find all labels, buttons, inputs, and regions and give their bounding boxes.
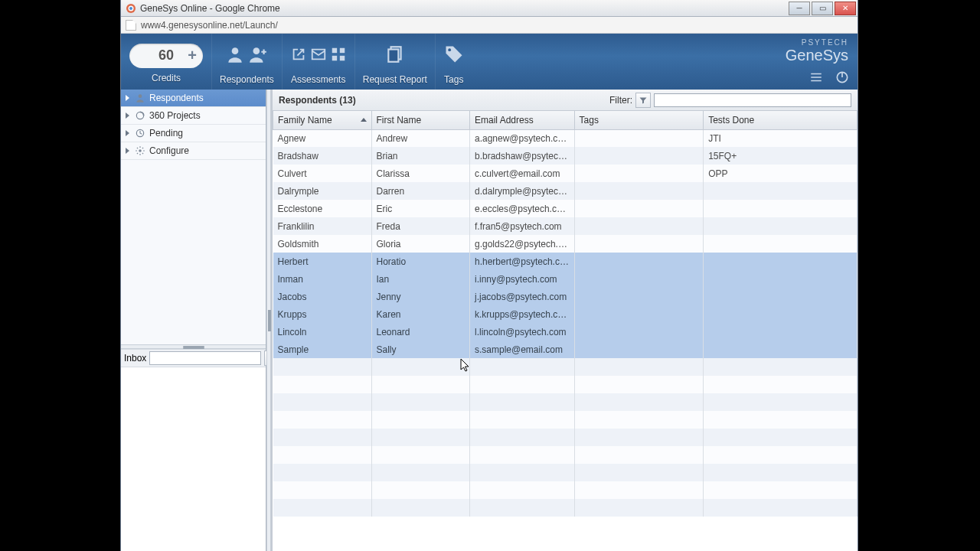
add-credits-icon[interactable]: + bbox=[188, 47, 197, 64]
table-row-empty bbox=[273, 358, 858, 376]
filter-button[interactable] bbox=[635, 93, 651, 108]
configure-icon bbox=[134, 145, 146, 157]
credits-widget[interactable]: 60 + Credits bbox=[121, 34, 211, 90]
table-row[interactable]: AgnewAndrewa.agnew@psytech.comJTI bbox=[273, 129, 858, 147]
cell-tags bbox=[574, 200, 704, 217]
sidebar-item-label: 360 Projects bbox=[149, 110, 201, 121]
cell-first: Andrew bbox=[371, 129, 470, 147]
cell-first: Brian bbox=[371, 147, 470, 165]
inbox-search-input[interactable] bbox=[149, 351, 261, 365]
expand-arrow-icon bbox=[126, 130, 129, 136]
cell-first: Gloria bbox=[371, 235, 470, 253]
table-row[interactable]: FranklilinFredaf.fran5@psytech.com bbox=[273, 217, 858, 235]
cell-email: l.lincoln@psytech.com bbox=[470, 323, 575, 341]
toolbar-tags[interactable]: Tags bbox=[435, 34, 472, 90]
window-close-button[interactable]: ✕ bbox=[835, 2, 856, 15]
cell-family: Goldsmith bbox=[273, 235, 372, 253]
table-row[interactable]: SampleSallys.sample@email.com bbox=[273, 341, 858, 358]
360-projects-icon bbox=[134, 109, 146, 122]
respondents-grid[interactable]: Family NameFirst NameEmail AddressTagsTe… bbox=[273, 111, 858, 551]
sort-asc-icon bbox=[361, 118, 367, 122]
cell-family: Bradshaw bbox=[273, 147, 372, 165]
sidebar-item-configure[interactable]: Configure bbox=[121, 142, 266, 160]
inbox-toolbar: Inbox bbox=[121, 349, 266, 367]
cell-first: Leonard bbox=[371, 323, 470, 341]
table-row[interactable]: DalrympleDarrend.dalrymple@psytech.com bbox=[273, 182, 858, 200]
table-row-empty bbox=[273, 393, 858, 411]
toolbar-respondents[interactable]: Respondents bbox=[211, 34, 282, 90]
mail-icon bbox=[310, 46, 327, 63]
cell-email: c.culvert@email.com bbox=[470, 165, 575, 182]
cell-email: b.bradshaw@psytech.com bbox=[470, 147, 575, 165]
content-header: Respondents (13) Filter: bbox=[273, 90, 858, 111]
sidebar-item-pending[interactable]: Pending bbox=[121, 125, 266, 142]
cell-tests bbox=[704, 288, 858, 305]
cell-email: e.eccles@psytech.com bbox=[470, 200, 575, 217]
cell-tests bbox=[704, 235, 858, 253]
brand-logo: PSYTECH GeneSys bbox=[786, 38, 848, 64]
browser-addressbar[interactable]: www4.genesysonline.net/Launch/ bbox=[121, 17, 858, 34]
column-header-family[interactable]: Family Name bbox=[273, 111, 372, 129]
respondents-icon bbox=[134, 92, 146, 104]
cell-tests bbox=[704, 217, 858, 235]
cell-family: Herbert bbox=[273, 253, 372, 270]
table-row[interactable]: LincolnLeonardl.lincoln@psytech.com bbox=[273, 323, 858, 341]
cell-first: Jenny bbox=[371, 288, 470, 305]
app-header: 60 + Credits Respondents Assessments bbox=[121, 34, 858, 90]
cell-tests bbox=[704, 270, 858, 288]
cell-first: Sally bbox=[371, 341, 470, 358]
url-text: www4.genesysonline.net/Launch/ bbox=[141, 20, 278, 31]
table-row[interactable]: CulvertClarissac.culvert@email.comOPP bbox=[273, 165, 858, 182]
cell-tags bbox=[574, 270, 704, 288]
window-titlebar: GeneSys Online - Google Chrome ─ ▭ ✕ bbox=[121, 0, 858, 17]
cell-first: Clarissa bbox=[371, 165, 470, 182]
column-header-tests[interactable]: Tests Done bbox=[704, 111, 858, 129]
cell-tags bbox=[574, 182, 704, 200]
table-row[interactable]: HerbertHoratioh.herbert@psytech.com bbox=[273, 253, 858, 270]
credits-value: 60 bbox=[158, 47, 174, 64]
svg-point-16 bbox=[139, 149, 142, 152]
toolbar-label: Tags bbox=[444, 74, 463, 85]
sidebar-item-respondents[interactable]: Respondents bbox=[121, 90, 266, 107]
table-row[interactable]: JacobsJennyj.jacobs@psytech.com bbox=[273, 288, 858, 305]
table-row[interactable]: KruppsKarenk.krupps@psytech.com bbox=[273, 305, 858, 323]
app-favicon bbox=[126, 3, 136, 14]
toolbar-assessments[interactable]: Assessments bbox=[282, 34, 354, 90]
page-icon bbox=[126, 20, 136, 31]
table-row[interactable]: InmanIani.inny@psytech.com bbox=[273, 270, 858, 288]
inbox-pane bbox=[121, 367, 266, 552]
cell-first: Ian bbox=[371, 270, 470, 288]
power-icon[interactable] bbox=[835, 70, 850, 85]
cell-family: Franklilin bbox=[273, 217, 372, 235]
column-header-tags[interactable]: Tags bbox=[574, 111, 704, 129]
person-add-icon bbox=[248, 44, 268, 64]
column-header-first[interactable]: First Name bbox=[371, 111, 470, 129]
cell-tests bbox=[704, 341, 858, 358]
table-row[interactable]: EcclestoneErice.eccles@psytech.com bbox=[273, 200, 858, 217]
svg-point-2 bbox=[129, 7, 132, 10]
cell-tags bbox=[574, 217, 704, 235]
cell-family: Culvert bbox=[273, 165, 372, 182]
cell-tests bbox=[704, 305, 858, 323]
cell-email: a.agnew@psytech.com bbox=[470, 129, 575, 147]
menu-icon[interactable] bbox=[808, 70, 824, 84]
toolbar-label: Request Report bbox=[363, 74, 427, 85]
table-row[interactable]: BradshawBrianb.bradshaw@psytech.com15FQ+ bbox=[273, 147, 858, 165]
filter-icon bbox=[639, 96, 648, 105]
cell-email: g.golds22@psytech.com bbox=[470, 235, 575, 253]
column-header-email[interactable]: Email Address bbox=[470, 111, 575, 129]
cell-family: Sample bbox=[273, 341, 372, 358]
window-maximize-button[interactable]: ▭ bbox=[812, 2, 833, 15]
svg-point-3 bbox=[232, 47, 239, 54]
cell-email: j.jacobs@psytech.com bbox=[470, 288, 575, 305]
toolbar-request-report[interactable]: Request Report bbox=[354, 34, 435, 90]
sidebar-item-360-projects[interactable]: 360 Projects bbox=[121, 107, 266, 125]
table-row[interactable]: GoldsmithGloriag.golds22@psytech.com bbox=[273, 235, 858, 253]
content-area: Respondents (13) Filter: Family NameFirs… bbox=[271, 90, 858, 551]
cell-first: Horatio bbox=[371, 253, 470, 270]
filter-input[interactable] bbox=[654, 93, 851, 107]
window-minimize-button[interactable]: ─ bbox=[789, 2, 810, 15]
cell-tags bbox=[574, 341, 704, 358]
cell-first: Darren bbox=[371, 182, 470, 200]
cell-email: k.krupps@psytech.com bbox=[470, 305, 575, 323]
